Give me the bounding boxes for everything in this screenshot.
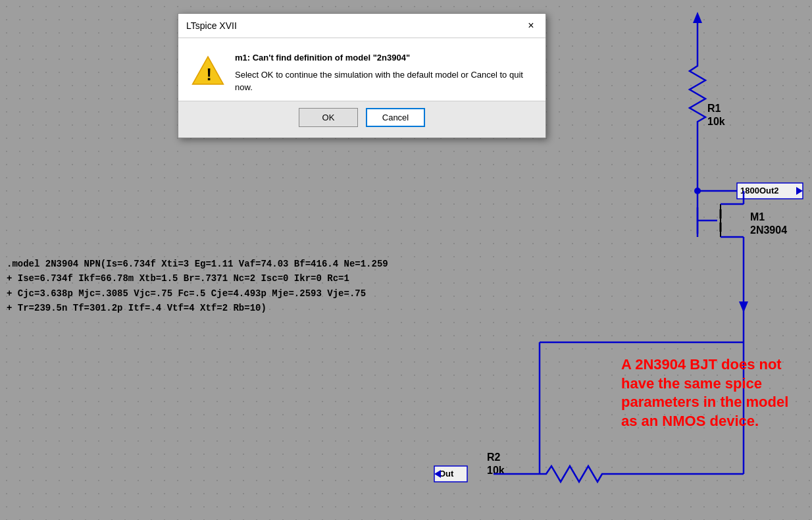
cancel-button[interactable]: Cancel <box>366 108 425 127</box>
dialog-message: m1: Can't find definition of model "2n39… <box>235 51 532 94</box>
dialog-close-button[interactable]: × <box>524 19 538 32</box>
dialog-message-line1: m1: Can't find definition of model "2n39… <box>235 51 532 65</box>
dialog-footer: OK Cancel <box>178 101 546 138</box>
warning-icon: ! <box>191 54 224 87</box>
ok-button[interactable]: OK <box>299 108 358 127</box>
svg-text:!: ! <box>207 65 212 84</box>
dialog-body: ! m1: Can't find definition of model "2n… <box>178 38 546 101</box>
dialog-message-line2: Select OK to continue the simulation wit… <box>235 68 532 94</box>
dialog-titlebar: LTspice XVII × <box>178 14 546 38</box>
dialog-title: LTspice XVII <box>186 20 237 31</box>
dialog-box: LTspice XVII × ! m1: Can't find definiti… <box>178 13 546 138</box>
dialog-overlay: LTspice XVII × ! m1: Can't find definiti… <box>0 0 812 520</box>
